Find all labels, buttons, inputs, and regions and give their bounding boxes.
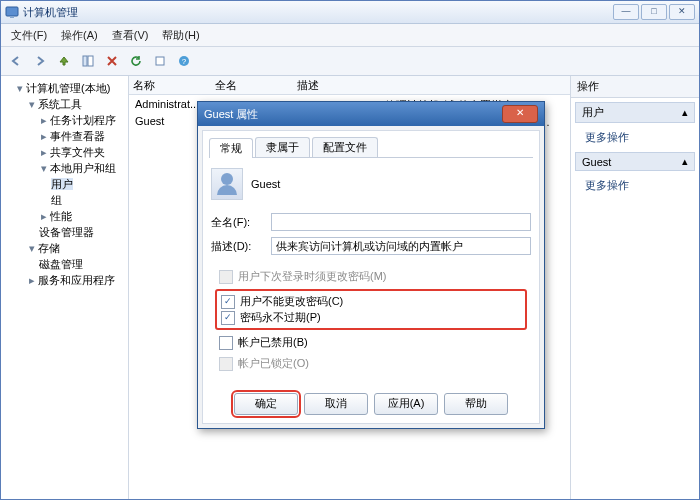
titlebar: 计算机管理 — □ ✕ (1, 1, 699, 24)
description-label: 描述(D): (211, 239, 265, 254)
chk-change-pw-next-logon (219, 270, 233, 284)
actions-header: 操作 (571, 76, 699, 98)
tree-groups[interactable]: 组 (51, 194, 62, 206)
dialog-title: Guest 属性 (204, 107, 502, 122)
tree-task-scheduler[interactable]: 任务计划程序 (50, 114, 116, 126)
nav-tree[interactable]: ▾计算机管理(本地) ▾系统工具 ▸任务计划程序 ▸事件查看器 ▸共享文件夹 ▾… (1, 76, 129, 499)
ok-button[interactable]: 确定 (234, 393, 298, 415)
chk-account-disabled[interactable] (219, 336, 233, 350)
svg-rect-1 (10, 16, 14, 18)
actions-item-more[interactable]: 更多操作 (571, 175, 699, 196)
svg-rect-2 (83, 56, 87, 66)
user-icon (211, 168, 243, 200)
menu-action[interactable]: 操作(A) (61, 28, 98, 43)
collapse-icon[interactable]: ▴ (682, 106, 688, 119)
help-icon[interactable]: ? (173, 50, 195, 72)
svg-rect-4 (156, 57, 164, 65)
chk-user-cannot-change-pw[interactable] (221, 295, 235, 309)
actions-panel-title[interactable]: 用户 ▴ (575, 102, 695, 123)
export-icon[interactable] (149, 50, 171, 72)
apply-button[interactable]: 应用(A) (374, 393, 438, 415)
minimize-button[interactable]: — (613, 4, 639, 20)
up-icon[interactable] (53, 50, 75, 72)
tab-general[interactable]: 常规 (209, 138, 253, 158)
collapse-icon[interactable]: ▴ (682, 155, 688, 168)
close-button[interactable]: ✕ (669, 4, 695, 20)
menubar: 文件(F) 操作(A) 查看(V) 帮助(H) (1, 24, 699, 47)
cancel-button[interactable]: 取消 (304, 393, 368, 415)
tab-member-of[interactable]: 隶属于 (255, 137, 310, 157)
tree-services-apps[interactable]: 服务和应用程序 (38, 274, 115, 286)
svg-rect-0 (6, 7, 18, 16)
col-name[interactable]: 名称 (133, 78, 155, 93)
dialog-tabs: 常规 隶属于 配置文件 (209, 137, 533, 158)
dialog-close-button[interactable]: ✕ (502, 105, 538, 123)
toolbar: ? (1, 47, 699, 76)
help-button[interactable]: 帮助 (444, 393, 508, 415)
tab-profile[interactable]: 配置文件 (312, 137, 378, 157)
column-headers[interactable]: 名称 全名 描述 (129, 76, 570, 95)
refresh-icon[interactable] (125, 50, 147, 72)
description-input[interactable] (271, 237, 531, 255)
menu-help[interactable]: 帮助(H) (162, 28, 199, 43)
tree-event-viewer[interactable]: 事件查看器 (50, 130, 105, 142)
dialog-buttons: 确定 取消 应用(A) 帮助 (209, 385, 533, 417)
tree-device-mgr[interactable]: 设备管理器 (39, 226, 94, 238)
actions-item-more[interactable]: 更多操作 (571, 127, 699, 148)
maximize-button[interactable]: □ (641, 4, 667, 20)
main-window: 计算机管理 — □ ✕ 文件(F) 操作(A) 查看(V) 帮助(H) ? ▾计… (0, 0, 700, 500)
col-fullname[interactable]: 全名 (215, 78, 237, 93)
show-hide-tree-icon[interactable] (77, 50, 99, 72)
tree-disk-mgmt[interactable]: 磁盘管理 (39, 258, 83, 270)
forward-icon[interactable] (29, 50, 51, 72)
tree-system-tools[interactable]: 系统工具 (38, 98, 82, 110)
tree-shared-folders[interactable]: 共享文件夹 (50, 146, 105, 158)
svg-rect-3 (88, 56, 93, 66)
fullname-label: 全名(F): (211, 215, 265, 230)
actions-panel-title[interactable]: Guest ▴ (575, 152, 695, 171)
fullname-input[interactable] (271, 213, 531, 231)
window-title: 计算机管理 (23, 5, 78, 20)
col-description[interactable]: 描述 (297, 78, 319, 93)
actions-pane: 操作 用户 ▴ 更多操作 Guest ▴ 更多操作 (571, 76, 699, 499)
dialog-username: Guest (251, 178, 280, 190)
tree-storage[interactable]: 存储 (38, 242, 60, 254)
properties-dialog: Guest 属性 ✕ 常规 隶属于 配置文件 Guest 全名(F): 描述(D… (197, 101, 545, 429)
chk-pw-never-expires[interactable] (221, 311, 235, 325)
back-icon[interactable] (5, 50, 27, 72)
tree-performance[interactable]: 性能 (50, 210, 72, 222)
tree-local-users-groups[interactable]: 本地用户和组 (50, 162, 116, 174)
chk-account-locked (219, 357, 233, 371)
app-icon (5, 5, 19, 19)
tree-root[interactable]: 计算机管理(本地) (26, 82, 110, 94)
menu-file[interactable]: 文件(F) (11, 28, 47, 43)
dialog-titlebar[interactable]: Guest 属性 ✕ (198, 102, 544, 126)
svg-text:?: ? (182, 57, 187, 66)
menu-view[interactable]: 查看(V) (112, 28, 149, 43)
tree-users[interactable]: 用户 (51, 178, 73, 190)
delete-icon[interactable] (101, 50, 123, 72)
